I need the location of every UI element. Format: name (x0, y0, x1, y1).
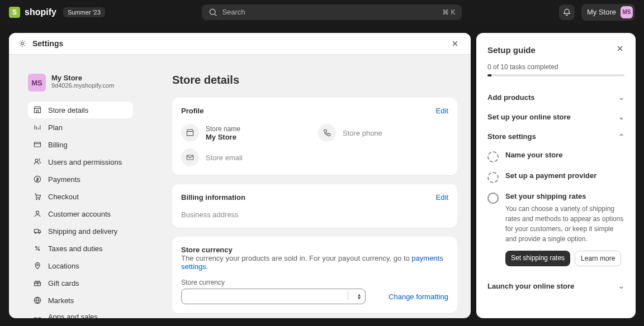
svg-point-11 (38, 249, 39, 250)
learn-more-button[interactable]: Learn more (575, 251, 621, 266)
billing-icon (32, 140, 42, 150)
store-email-field: Store email (181, 148, 311, 166)
edit-billing-button[interactable]: Edit (436, 193, 448, 202)
settings-modal: Settings MS My Store 9d4026.myshopify.co… (9, 33, 471, 318)
profile-title: Profile (181, 107, 203, 115)
chevron-down-icon: ⌄ (618, 282, 624, 290)
shipping-icon (32, 226, 42, 236)
main-content: Store details Profile Edit Store nameMy … (139, 55, 471, 318)
topbar: S shopify Summer '23 Search ⌘ K My Store… (0, 0, 644, 24)
svg-point-3 (35, 159, 38, 162)
task-launch[interactable]: Launch your online store⌄ (487, 276, 624, 296)
payments-icon (32, 174, 42, 184)
location-icon (32, 261, 42, 271)
svg-point-12 (36, 264, 38, 266)
nav-shipping[interactable]: Shipping and delivery (28, 223, 133, 239)
currency-select[interactable]: ▴▾ (181, 289, 366, 304)
svg-rect-20 (187, 155, 193, 160)
apps-icon (32, 316, 42, 318)
plan-icon (32, 122, 42, 132)
store-name: My Store (51, 74, 114, 82)
close-guide-button[interactable] (615, 44, 624, 55)
close-icon (615, 44, 624, 53)
svg-point-1 (21, 42, 24, 45)
store-phone-field: Store phone (318, 124, 448, 142)
users-icon (32, 157, 42, 167)
nav-locations[interactable]: Locations (28, 257, 133, 274)
task-circle-icon (487, 172, 499, 183)
email-icon (181, 148, 199, 166)
store-domain: 9d4026.myshopify.com (51, 82, 114, 89)
nav-checkout[interactable]: Checkout (28, 188, 133, 205)
chevron-down-icon: ⌄ (618, 113, 624, 121)
store-info: MS My Store 9d4026.myshopify.com (28, 74, 133, 92)
edition-badge: Summer '23 (63, 7, 105, 17)
store-name: My Store (587, 8, 616, 16)
globe-icon (32, 295, 42, 305)
search-input[interactable]: Search ⌘ K (202, 4, 462, 20)
currency-title: Store currency (181, 246, 448, 254)
svg-point-10 (35, 246, 36, 247)
svg-point-6 (39, 199, 40, 200)
task-circle-icon (487, 193, 499, 204)
billing-title: Billing information (181, 193, 245, 202)
account-icon (32, 209, 42, 219)
shopify-icon: S (9, 7, 20, 18)
checkout-icon (32, 191, 42, 202)
notifications-button[interactable] (559, 4, 575, 20)
subtask-name-store[interactable]: Name your store (487, 146, 624, 167)
currency-card: Store currency The currency your product… (172, 237, 457, 313)
page-title: Store details (172, 74, 457, 87)
svg-rect-16 (39, 318, 41, 318)
settings-sidebar: MS My Store 9d4026.myshopify.com Store d… (9, 55, 139, 318)
setup-guide-panel: Setup guide 0 of 10 tasks completed Add … (476, 33, 636, 318)
close-icon (451, 39, 460, 48)
currency-field-label: Store currency (181, 279, 448, 286)
store-name-field: Store nameMy Store (181, 124, 311, 142)
subtask-payment[interactable]: Set up a payment provider (487, 167, 624, 188)
topbar-right: My Store MS (559, 4, 635, 21)
chevron-updown-icon: ▴▾ (358, 293, 361, 300)
nav-taxes[interactable]: Taxes and duties (28, 240, 133, 257)
task-add-products[interactable]: Add products⌄ (487, 88, 624, 107)
phone-icon (318, 124, 336, 142)
profile-card: Profile Edit Store nameMy Store Store ph… (172, 98, 457, 175)
nav-users[interactable]: Users and permissions (28, 154, 133, 170)
modal-header: Settings (9, 33, 471, 55)
brand-logo[interactable]: S shopify (9, 7, 56, 18)
gift-icon (32, 278, 42, 288)
task-store-settings[interactable]: Store settings⌄ (487, 127, 624, 146)
search-icon (209, 8, 217, 17)
edit-profile-button[interactable]: Edit (436, 107, 448, 115)
task-online-store[interactable]: Set up your online store⌄ (487, 107, 624, 127)
business-address: Business address (181, 210, 448, 219)
svg-point-0 (210, 9, 216, 15)
progress-bar (487, 74, 624, 76)
nav-plan[interactable]: Plan (28, 119, 133, 136)
store-icon (181, 124, 199, 142)
taxes-icon (32, 243, 42, 253)
svg-rect-2 (34, 142, 40, 147)
nav-markets[interactable]: Markets (28, 292, 133, 309)
nav-store-details[interactable]: Store details (28, 102, 133, 118)
nav-billing[interactable]: Billing (28, 136, 133, 153)
avatar: MS (621, 6, 633, 18)
billing-card: Billing information Edit Business addres… (172, 184, 457, 228)
set-shipping-button[interactable]: Set shipping rates (505, 251, 570, 266)
guide-title: Setup guide (487, 45, 536, 55)
search-placeholder: Search (222, 8, 245, 16)
svg-rect-15 (34, 318, 36, 318)
store-menu[interactable]: My Store MS (581, 4, 635, 21)
brand-name: shopify (25, 7, 56, 17)
close-button[interactable] (448, 37, 462, 50)
change-formatting-button[interactable]: Change formatting (389, 293, 448, 301)
chevron-down-icon: ⌄ (618, 93, 624, 102)
nav-customer-accounts[interactable]: Customer accounts (28, 205, 133, 222)
nav-gift-cards[interactable]: Gift cards (28, 275, 133, 291)
nav-apps[interactable]: Apps and sales channels (28, 309, 133, 318)
subtask-shipping: Set your shipping rates You can choose a… (487, 188, 624, 271)
modal-title: Settings (32, 39, 63, 48)
task-circle-icon (487, 151, 499, 162)
shipping-description: You can choose a variety of shipping rat… (505, 204, 624, 244)
nav-payments[interactable]: Payments (28, 171, 133, 188)
